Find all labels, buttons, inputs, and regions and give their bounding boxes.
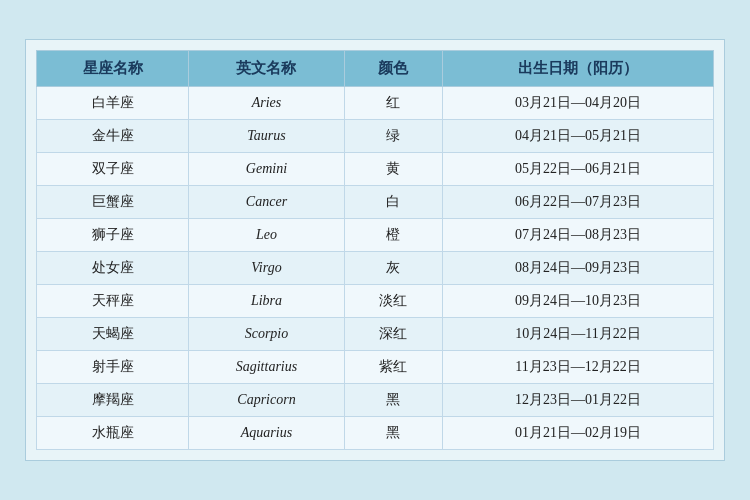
cell-english: Leo bbox=[189, 219, 344, 252]
cell-english: Virgo bbox=[189, 252, 344, 285]
cell-dates: 09月24日—10月23日 bbox=[443, 285, 714, 318]
cell-dates: 01月21日—02月19日 bbox=[443, 417, 714, 450]
table-header-row: 星座名称 英文名称 颜色 出生日期（阳历） bbox=[37, 51, 714, 87]
cell-english: Gemini bbox=[189, 153, 344, 186]
cell-color: 橙 bbox=[344, 219, 443, 252]
cell-chinese: 巨蟹座 bbox=[37, 186, 189, 219]
cell-chinese: 狮子座 bbox=[37, 219, 189, 252]
cell-dates: 03月21日—04月20日 bbox=[443, 87, 714, 120]
cell-color: 白 bbox=[344, 186, 443, 219]
cell-color: 灰 bbox=[344, 252, 443, 285]
col-header-dates: 出生日期（阳历） bbox=[443, 51, 714, 87]
table-row: 狮子座Leo橙07月24日—08月23日 bbox=[37, 219, 714, 252]
table-row: 水瓶座Aquarius黑01月21日—02月19日 bbox=[37, 417, 714, 450]
cell-color: 黑 bbox=[344, 417, 443, 450]
table-row: 巨蟹座Cancer白06月22日—07月23日 bbox=[37, 186, 714, 219]
cell-color: 红 bbox=[344, 87, 443, 120]
table-row: 白羊座Aries红03月21日—04月20日 bbox=[37, 87, 714, 120]
cell-chinese: 白羊座 bbox=[37, 87, 189, 120]
table-row: 双子座Gemini黄05月22日—06月21日 bbox=[37, 153, 714, 186]
cell-color: 深红 bbox=[344, 318, 443, 351]
cell-english: Libra bbox=[189, 285, 344, 318]
cell-dates: 07月24日—08月23日 bbox=[443, 219, 714, 252]
cell-dates: 04月21日—05月21日 bbox=[443, 120, 714, 153]
table-body: 白羊座Aries红03月21日—04月20日金牛座Taurus绿04月21日—0… bbox=[37, 87, 714, 450]
table-row: 金牛座Taurus绿04月21日—05月21日 bbox=[37, 120, 714, 153]
cell-chinese: 摩羯座 bbox=[37, 384, 189, 417]
cell-dates: 08月24日—09月23日 bbox=[443, 252, 714, 285]
cell-chinese: 天蝎座 bbox=[37, 318, 189, 351]
cell-chinese: 处女座 bbox=[37, 252, 189, 285]
table-row: 天蝎座Scorpio深红10月24日—11月22日 bbox=[37, 318, 714, 351]
cell-color: 黑 bbox=[344, 384, 443, 417]
cell-dates: 06月22日—07月23日 bbox=[443, 186, 714, 219]
cell-color: 黄 bbox=[344, 153, 443, 186]
cell-dates: 11月23日—12月22日 bbox=[443, 351, 714, 384]
col-header-english: 英文名称 bbox=[189, 51, 344, 87]
cell-dates: 10月24日—11月22日 bbox=[443, 318, 714, 351]
cell-chinese: 射手座 bbox=[37, 351, 189, 384]
cell-dates: 05月22日—06月21日 bbox=[443, 153, 714, 186]
cell-chinese: 水瓶座 bbox=[37, 417, 189, 450]
table-row: 摩羯座Capricorn黑12月23日—01月22日 bbox=[37, 384, 714, 417]
table-row: 天秤座Libra淡红09月24日—10月23日 bbox=[37, 285, 714, 318]
table-row: 处女座Virgo灰08月24日—09月23日 bbox=[37, 252, 714, 285]
cell-english: Cancer bbox=[189, 186, 344, 219]
zodiac-table: 星座名称 英文名称 颜色 出生日期（阳历） 白羊座Aries红03月21日—04… bbox=[36, 50, 714, 450]
cell-english: Aries bbox=[189, 87, 344, 120]
table-row: 射手座Sagittarius紫红11月23日—12月22日 bbox=[37, 351, 714, 384]
cell-chinese: 双子座 bbox=[37, 153, 189, 186]
cell-color: 绿 bbox=[344, 120, 443, 153]
cell-english: Sagittarius bbox=[189, 351, 344, 384]
col-header-chinese: 星座名称 bbox=[37, 51, 189, 87]
cell-english: Aquarius bbox=[189, 417, 344, 450]
cell-chinese: 天秤座 bbox=[37, 285, 189, 318]
col-header-color: 颜色 bbox=[344, 51, 443, 87]
cell-chinese: 金牛座 bbox=[37, 120, 189, 153]
cell-english: Taurus bbox=[189, 120, 344, 153]
cell-english: Capricorn bbox=[189, 384, 344, 417]
cell-dates: 12月23日—01月22日 bbox=[443, 384, 714, 417]
cell-english: Scorpio bbox=[189, 318, 344, 351]
zodiac-table-container: 星座名称 英文名称 颜色 出生日期（阳历） 白羊座Aries红03月21日—04… bbox=[25, 39, 725, 461]
cell-color: 淡红 bbox=[344, 285, 443, 318]
cell-color: 紫红 bbox=[344, 351, 443, 384]
